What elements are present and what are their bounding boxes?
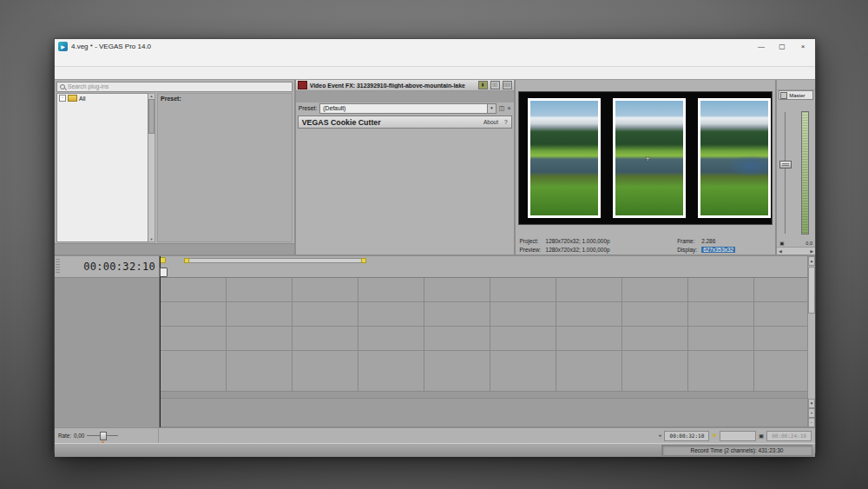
display-label: Display: — [677, 246, 701, 254]
record-time-status: Record Time (2 channels): 431:23:30 — [661, 445, 812, 456]
window-title: 4.veg * - VEGAS Pro 14.0 — [71, 43, 151, 50]
project-label: Project: — [520, 237, 546, 246]
bus-icon — [780, 92, 787, 99]
master-bus-button[interactable]: Master — [779, 90, 813, 100]
video-track-3-lane[interactable] — [160, 327, 807, 351]
zoom-out-button[interactable]: − — [808, 418, 815, 427]
scroll-left-icon[interactable]: ◀ — [779, 249, 781, 254]
rate-slider[interactable]: ▲ — [87, 432, 118, 440]
folder-icon — [68, 95, 77, 102]
end-time-box[interactable]: 00:00:24:19 — [766, 431, 812, 441]
plugin-search-input[interactable]: Search plug-ins — [56, 82, 293, 92]
preview-value: 1280x720x32; 1.000,000p — [546, 246, 610, 254]
fx-titlebar[interactable]: Video Event FX: 312392910-flight-above-m… — [296, 80, 514, 91]
minimize-button[interactable]: — — [751, 40, 772, 53]
main-toolbar — [55, 67, 815, 80]
search-icon — [60, 84, 65, 89]
preset-label: Preset: — [299, 105, 318, 111]
rate-label: Rate: — [58, 433, 71, 439]
cookie-cutter-panel-3 — [698, 98, 771, 218]
crosshair-cursor-icon: + — [646, 155, 650, 163]
preview-label: Preview: — [520, 246, 546, 254]
collapse-icon[interactable]: - — [59, 95, 66, 102]
loop-region-bar[interactable] — [184, 258, 366, 263]
scroll-right-icon[interactable]: ▶ — [811, 249, 813, 254]
fx-window-title: Video Event FX: 312392910-flight-above-m… — [310, 83, 476, 89]
search-placeholder: Search plug-ins — [68, 83, 108, 89]
chevron-down-icon[interactable]: ▼ — [487, 104, 496, 113]
cursor-position-icon: ⌖ — [659, 433, 662, 439]
preset-value: (Default) — [323, 105, 345, 111]
video-track-1-lane[interactable] — [160, 277, 807, 302]
browser-tabs — [55, 243, 294, 254]
scroll-up-icon[interactable]: ▲ — [808, 256, 815, 266]
audio-track-lane[interactable] — [160, 351, 807, 392]
meter-scale — [791, 109, 801, 239]
scrollbar-thumb[interactable] — [148, 99, 155, 134]
plugin-title: VEGAS Cookie Cutter — [302, 118, 483, 127]
plugin-browser-panel: Search plug-ins - All ▲ — [55, 80, 296, 254]
plugin-root-label: All — [79, 96, 86, 102]
frame-label: Frame: — [677, 237, 701, 246]
drag-grip[interactable] — [56, 259, 60, 274]
playhead-handle[interactable] — [160, 268, 168, 277]
vegas-pro-window: ▶ 4.veg * - VEGAS Pro 14.0 — ▢ × Search … — [54, 38, 816, 453]
cursor-position-box[interactable]: 00:00:32:10 — [664, 431, 709, 441]
frame-value: 2.286 — [701, 237, 771, 246]
selection-length-box[interactable] — [720, 431, 756, 441]
cookie-cutter-panel-1 — [528, 98, 601, 218]
timeline-marker[interactable] — [160, 257, 166, 263]
preset-dropdown[interactable]: (Default) ▼ — [319, 103, 496, 114]
close-button[interactable]: × — [792, 40, 813, 53]
scroll-down-icon[interactable]: ▼ — [808, 399, 815, 408]
master-bus-lane[interactable] — [160, 399, 807, 427]
timeline-scrollbar[interactable]: ▲ ▼ + − — [807, 256, 815, 427]
playhead[interactable] — [160, 256, 161, 427]
timeline-lanes[interactable] — [160, 256, 807, 427]
maximize-button[interactable]: ▢ — [772, 40, 792, 53]
video-event-fx-window: Video Event FX: 312392910-flight-above-m… — [296, 80, 516, 254]
master-meter — [801, 111, 809, 235]
window-grid-icon[interactable]: ▯▯▯ — [503, 81, 512, 89]
preview-transport — [516, 225, 776, 237]
plugin-list — [57, 102, 148, 241]
mixer-scrollbar[interactable]: ◀ ▶ — [777, 247, 815, 254]
end-time-icon: ▣ — [759, 433, 764, 439]
preview-screen[interactable]: + — [518, 91, 773, 225]
app-icon: ▶ — [58, 42, 68, 51]
help-button[interactable]: ? — [504, 119, 508, 125]
statusbar: Record Time (2 channels): 431:23:30 — [55, 443, 815, 457]
plugin-tree: - All — [56, 93, 148, 242]
scrollbar-thumb[interactable] — [808, 267, 815, 314]
scroll-up-icon[interactable]: ▲ — [150, 94, 154, 98]
master-bus-mixer-panel: Master ▣ 0,0 ◀ ▶ — [777, 80, 815, 254]
master-gain-value: 0,0 — [806, 241, 812, 246]
video-track-2-lane[interactable] — [160, 302, 807, 327]
plugin-list-scrollbar[interactable]: ▲ ▼ — [148, 93, 155, 242]
scroll-down-icon[interactable]: ▼ — [150, 237, 154, 241]
plugin-tree-root[interactable]: - All — [57, 94, 148, 102]
master-fader[interactable] — [779, 109, 791, 239]
window-layout-icon[interactable]: ▯▯ — [490, 81, 500, 89]
save-preset-icon[interactable]: ◫ — [499, 105, 505, 112]
rate-control: Rate: 0,00 ▲ — [55, 428, 159, 443]
video-preview-panel: + Project: 1280x720x32; 1.000,000p Previ… — [516, 80, 778, 254]
dock-window-icon[interactable]: ▮ — [478, 81, 488, 89]
lock-fader-icon[interactable]: ▣ — [779, 241, 784, 246]
preset-pane-label: Preset: — [161, 96, 289, 102]
cursor-timecode-display[interactable]: 00:00:32:10 — [61, 261, 159, 273]
delete-preset-icon[interactable]: × — [507, 105, 510, 112]
fx-plugin-chain — [296, 91, 514, 102]
event-fx-icon — [298, 81, 307, 89]
preview-toolbar — [516, 80, 776, 91]
display-value: 627x353x32 — [701, 247, 735, 253]
time-ruler[interactable] — [160, 256, 807, 278]
empty-lane[interactable] — [160, 392, 807, 399]
rate-center-marker: ▲ — [101, 439, 105, 444]
titlebar[interactable]: ▶ 4.veg * - VEGAS Pro 14.0 — ▢ × — [55, 39, 815, 54]
about-button[interactable]: About — [483, 119, 498, 125]
menubar — [55, 54, 815, 67]
zoom-in-button[interactable]: + — [808, 408, 815, 418]
fader-handle[interactable] — [779, 161, 792, 169]
track-header-column: 00:00:32:10 — [55, 256, 160, 427]
